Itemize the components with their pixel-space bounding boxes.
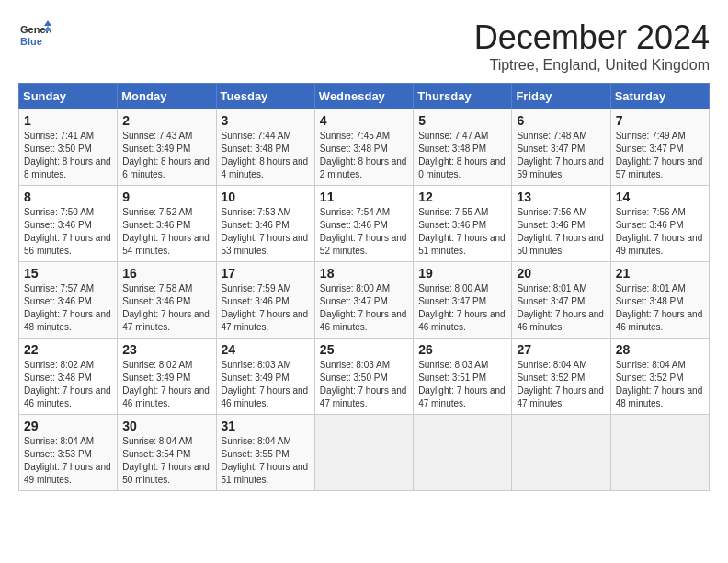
day-number: 19 [418, 266, 506, 281]
calendar-cell: 13Sunrise: 7:56 AMSunset: 3:46 PMDayligh… [512, 186, 610, 262]
week-row-2: 8Sunrise: 7:50 AMSunset: 3:46 PMDaylight… [19, 186, 710, 262]
day-detail: Sunrise: 7:54 AMSunset: 3:46 PMDaylight:… [320, 206, 408, 258]
day-detail: Sunrise: 7:57 AMSunset: 3:46 PMDaylight:… [24, 282, 112, 334]
day-number: 18 [320, 266, 408, 281]
day-detail: Sunrise: 7:41 AMSunset: 3:50 PMDaylight:… [24, 130, 112, 181]
column-header-monday: Monday [118, 84, 216, 109]
day-detail: Sunrise: 8:04 AMSunset: 3:53 PMDaylight:… [24, 435, 112, 487]
location-title: Tiptree, England, United Kingdom [474, 57, 710, 74]
calendar-cell: 28Sunrise: 8:04 AMSunset: 3:52 PMDayligh… [610, 339, 709, 415]
calendar-cell: 6Sunrise: 7:48 AMSunset: 3:47 PMDaylight… [512, 109, 610, 186]
day-detail: Sunrise: 8:03 AMSunset: 3:50 PMDaylight:… [320, 359, 408, 410]
calendar-cell: 9Sunrise: 7:52 AMSunset: 3:46 PMDaylight… [118, 186, 216, 262]
day-number: 21 [616, 266, 704, 281]
day-detail: Sunrise: 7:48 AMSunset: 3:47 PMDaylight:… [517, 130, 605, 181]
day-number: 7 [616, 113, 704, 128]
day-detail: Sunrise: 8:04 AMSunset: 3:52 PMDaylight:… [517, 359, 605, 410]
calendar-cell: 2Sunrise: 7:43 AMSunset: 3:49 PMDaylight… [118, 109, 216, 186]
calendar-cell [512, 415, 610, 491]
calendar-cell: 12Sunrise: 7:55 AMSunset: 3:46 PMDayligh… [414, 186, 512, 262]
day-number: 24 [222, 342, 310, 357]
day-number: 23 [122, 342, 210, 357]
day-number: 3 [222, 113, 310, 128]
day-detail: Sunrise: 7:53 AMSunset: 3:46 PMDaylight:… [222, 206, 310, 258]
day-number: 8 [24, 190, 112, 204]
week-row-1: 1Sunrise: 7:41 AMSunset: 3:50 PMDaylight… [19, 109, 710, 186]
day-number: 12 [418, 190, 506, 204]
day-detail: Sunrise: 7:44 AMSunset: 3:48 PMDaylight:… [222, 130, 310, 181]
day-number: 16 [122, 266, 210, 281]
logo-icon: General Blue [18, 18, 51, 52]
week-row-4: 22Sunrise: 8:02 AMSunset: 3:48 PMDayligh… [19, 339, 710, 415]
calendar-body: 1Sunrise: 7:41 AMSunset: 3:50 PMDaylight… [19, 109, 710, 491]
svg-text:Blue: Blue [20, 36, 42, 47]
day-detail: Sunrise: 7:59 AMSunset: 3:46 PMDaylight:… [222, 282, 310, 334]
day-detail: Sunrise: 7:58 AMSunset: 3:46 PMDaylight:… [122, 282, 210, 334]
day-number: 27 [517, 342, 605, 357]
day-number: 1 [24, 113, 112, 128]
day-number: 17 [222, 266, 310, 281]
calendar-cell: 30Sunrise: 8:04 AMSunset: 3:54 PMDayligh… [118, 415, 216, 491]
day-number: 6 [517, 113, 605, 128]
calendar-cell: 23Sunrise: 8:02 AMSunset: 3:49 PMDayligh… [118, 339, 216, 415]
day-number: 31 [222, 419, 310, 433]
day-detail: Sunrise: 7:49 AMSunset: 3:47 PMDaylight:… [616, 130, 704, 181]
calendar-cell: 7Sunrise: 7:49 AMSunset: 3:47 PMDaylight… [610, 109, 709, 186]
column-header-thursday: Thursday [414, 84, 512, 109]
day-number: 11 [320, 190, 408, 204]
calendar-table: SundayMondayTuesdayWednesdayThursdayFrid… [18, 83, 710, 491]
calendar-header-row: SundayMondayTuesdayWednesdayThursdayFrid… [19, 84, 710, 109]
day-number: 28 [616, 342, 704, 357]
day-number: 13 [517, 190, 605, 204]
column-header-tuesday: Tuesday [216, 84, 314, 109]
day-detail: Sunrise: 8:04 AMSunset: 3:52 PMDaylight:… [616, 359, 704, 410]
day-number: 10 [222, 190, 310, 204]
day-number: 29 [24, 419, 112, 433]
calendar-cell: 26Sunrise: 8:03 AMSunset: 3:51 PMDayligh… [414, 339, 512, 415]
day-detail: Sunrise: 8:03 AMSunset: 3:51 PMDaylight:… [418, 359, 506, 410]
day-number: 2 [122, 113, 210, 128]
column-header-friday: Friday [512, 84, 610, 109]
day-detail: Sunrise: 7:56 AMSunset: 3:46 PMDaylight:… [517, 206, 605, 258]
calendar-cell: 15Sunrise: 7:57 AMSunset: 3:46 PMDayligh… [19, 262, 118, 339]
day-detail: Sunrise: 8:00 AMSunset: 3:47 PMDaylight:… [418, 282, 506, 334]
day-detail: Sunrise: 7:45 AMSunset: 3:48 PMDaylight:… [320, 130, 408, 181]
calendar-cell: 18Sunrise: 8:00 AMSunset: 3:47 PMDayligh… [314, 262, 413, 339]
day-number: 30 [122, 419, 210, 433]
svg-marker-2 [44, 20, 51, 26]
day-detail: Sunrise: 7:55 AMSunset: 3:46 PMDaylight:… [418, 206, 506, 258]
calendar-cell: 14Sunrise: 7:56 AMSunset: 3:46 PMDayligh… [610, 186, 709, 262]
calendar-cell: 1Sunrise: 7:41 AMSunset: 3:50 PMDaylight… [19, 109, 118, 186]
day-number: 14 [616, 190, 704, 204]
calendar-cell [414, 415, 512, 491]
day-number: 9 [122, 190, 210, 204]
calendar-cell: 25Sunrise: 8:03 AMSunset: 3:50 PMDayligh… [314, 339, 413, 415]
calendar-cell: 27Sunrise: 8:04 AMSunset: 3:52 PMDayligh… [512, 339, 610, 415]
calendar-cell: 10Sunrise: 7:53 AMSunset: 3:46 PMDayligh… [216, 186, 314, 262]
calendar-cell: 11Sunrise: 7:54 AMSunset: 3:46 PMDayligh… [314, 186, 413, 262]
column-header-saturday: Saturday [610, 84, 709, 109]
day-detail: Sunrise: 7:56 AMSunset: 3:46 PMDaylight:… [616, 206, 704, 258]
calendar-cell: 16Sunrise: 7:58 AMSunset: 3:46 PMDayligh… [118, 262, 216, 339]
calendar-cell: 17Sunrise: 7:59 AMSunset: 3:46 PMDayligh… [216, 262, 314, 339]
calendar-cell [314, 415, 413, 491]
calendar-cell: 29Sunrise: 8:04 AMSunset: 3:53 PMDayligh… [19, 415, 118, 491]
calendar-cell: 5Sunrise: 7:47 AMSunset: 3:48 PMDaylight… [414, 109, 512, 186]
week-row-3: 15Sunrise: 7:57 AMSunset: 3:46 PMDayligh… [19, 262, 710, 339]
calendar-cell: 24Sunrise: 8:03 AMSunset: 3:49 PMDayligh… [216, 339, 314, 415]
calendar-cell: 3Sunrise: 7:44 AMSunset: 3:48 PMDaylight… [216, 109, 314, 186]
calendar-cell: 20Sunrise: 8:01 AMSunset: 3:47 PMDayligh… [512, 262, 610, 339]
day-number: 15 [24, 266, 112, 281]
calendar-cell: 4Sunrise: 7:45 AMSunset: 3:48 PMDaylight… [314, 109, 413, 186]
day-detail: Sunrise: 8:01 AMSunset: 3:47 PMDaylight:… [517, 282, 605, 334]
day-number: 20 [517, 266, 605, 281]
day-detail: Sunrise: 8:04 AMSunset: 3:54 PMDaylight:… [122, 435, 210, 487]
title-area: December 2024 Tiptree, England, United K… [474, 18, 710, 74]
calendar-cell: 21Sunrise: 8:01 AMSunset: 3:48 PMDayligh… [610, 262, 709, 339]
day-detail: Sunrise: 8:02 AMSunset: 3:48 PMDaylight:… [24, 359, 112, 410]
day-detail: Sunrise: 8:04 AMSunset: 3:55 PMDaylight:… [222, 435, 310, 487]
calendar-cell [610, 415, 709, 491]
day-number: 22 [24, 342, 112, 357]
day-detail: Sunrise: 7:52 AMSunset: 3:46 PMDaylight:… [122, 206, 210, 258]
week-row-5: 29Sunrise: 8:04 AMSunset: 3:53 PMDayligh… [19, 415, 710, 491]
